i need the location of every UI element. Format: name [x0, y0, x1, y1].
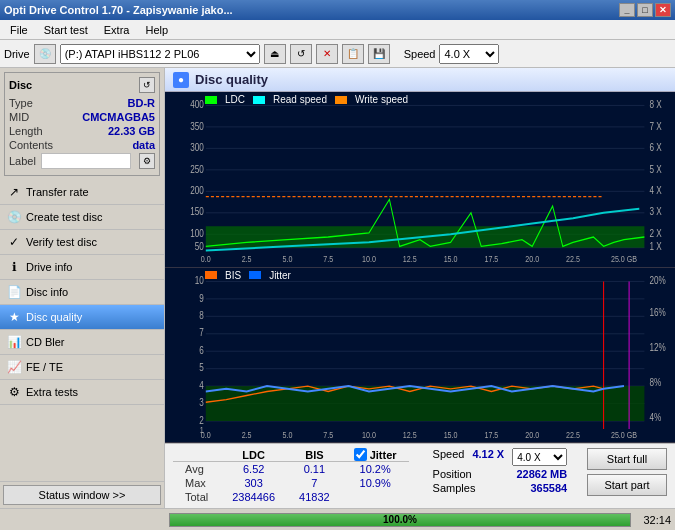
drive-eject-button[interactable]: ⏏ — [264, 44, 286, 64]
create-test-disc-icon: 💿 — [6, 209, 22, 225]
stats-table: LDC BIS Jitter Avg 6.52 — [173, 448, 409, 504]
content-title: Disc quality — [195, 72, 268, 87]
maximize-button[interactable]: □ — [637, 3, 653, 17]
svg-text:200: 200 — [190, 184, 204, 196]
drive-icon: 💿 — [34, 44, 56, 64]
svg-text:15.0: 15.0 — [444, 429, 458, 440]
jitter-legend-label: Jitter — [269, 270, 291, 281]
svg-text:100: 100 — [190, 227, 204, 239]
sidebar-item-verify-test-disc[interactable]: ✓ Verify test disc — [0, 230, 164, 255]
disc-refresh-icon[interactable]: ↺ — [139, 77, 155, 93]
start-part-button[interactable]: Start part — [587, 474, 667, 496]
svg-text:0.0: 0.0 — [201, 253, 211, 264]
svg-text:5.0: 5.0 — [282, 253, 292, 264]
drive-select[interactable]: (P:) ATAPI iHBS112 2 PL06 — [60, 44, 260, 64]
disc-type-value: BD-R — [128, 97, 156, 109]
progress-container: 100.0% — [169, 513, 631, 527]
svg-text:8%: 8% — [650, 375, 662, 387]
progress-time: 32:14 — [635, 514, 675, 526]
nav-label-disc-quality: Disc quality — [26, 311, 82, 323]
avg-label: Avg — [173, 462, 220, 477]
read-speed-legend-label: Read speed — [273, 94, 327, 105]
drive-clear-button[interactable]: ✕ — [316, 44, 338, 64]
nav-label-create-test-disc: Create test disc — [26, 211, 102, 223]
col-bis: BIS — [287, 448, 342, 462]
sidebar-item-cd-bler[interactable]: 📊 CD Bler — [0, 330, 164, 355]
speed-stat-select[interactable]: 4.0 X — [512, 448, 567, 466]
chart2-legend: BIS Jitter — [205, 270, 291, 281]
menu-help[interactable]: Help — [139, 22, 174, 38]
col-ldc: LDC — [220, 448, 287, 462]
disc-length-label: Length — [9, 125, 43, 137]
svg-text:5 X: 5 X — [650, 162, 663, 174]
disc-type-label: Type — [9, 97, 33, 109]
sidebar-item-create-test-disc[interactable]: 💿 Create test disc — [0, 205, 164, 230]
nav-label-drive-info: Drive info — [26, 261, 72, 273]
svg-text:25.0 GB: 25.0 GB — [611, 429, 638, 440]
extra-tests-icon: ⚙ — [6, 384, 22, 400]
disc-contents-label: Contents — [9, 139, 53, 151]
nav-label-disc-info: Disc info — [26, 286, 68, 298]
drive-refresh-button[interactable]: ↺ — [290, 44, 312, 64]
svg-text:5: 5 — [199, 361, 204, 373]
nav-label-fe-te: FE / TE — [26, 361, 63, 373]
chart1-svg: 400 350 300 250 200 150 100 50 8 X 7 X 6… — [165, 92, 675, 267]
svg-text:7.5: 7.5 — [323, 253, 333, 264]
status-window-button[interactable]: Status window >> — [3, 485, 161, 505]
chart2-svg: 10 9 8 7 6 5 4 3 2 1 20% 16% 12% 8% 4% — [165, 268, 675, 443]
speed-label: Speed — [404, 48, 436, 60]
svg-text:7: 7 — [199, 326, 204, 338]
svg-text:12.5: 12.5 — [403, 253, 417, 264]
svg-text:2.5: 2.5 — [242, 429, 252, 440]
menu-start-test[interactable]: Start test — [38, 22, 94, 38]
svg-text:16%: 16% — [650, 306, 667, 318]
samples-label: Samples — [433, 482, 476, 494]
svg-text:9: 9 — [199, 291, 204, 303]
nav-label-cd-bler: CD Bler — [26, 336, 65, 348]
svg-text:7.5: 7.5 — [323, 429, 333, 440]
sidebar-item-extra-tests[interactable]: ⚙ Extra tests — [0, 380, 164, 405]
svg-text:4%: 4% — [650, 410, 662, 422]
chart1-legend: LDC Read speed Write speed — [205, 94, 408, 105]
start-full-button[interactable]: Start full — [587, 448, 667, 470]
disc-panel-title: Disc — [9, 79, 32, 91]
menu-file[interactable]: File — [4, 22, 34, 38]
svg-text:10: 10 — [195, 273, 204, 285]
drive-save-button[interactable]: 💾 — [368, 44, 390, 64]
disc-info-icon: 📄 — [6, 284, 22, 300]
jitter-checkbox[interactable] — [354, 448, 367, 461]
svg-text:6: 6 — [199, 343, 204, 355]
svg-text:17.5: 17.5 — [484, 429, 498, 440]
disc-label-icon[interactable]: ⚙ — [139, 153, 155, 169]
action-buttons: Start full Start part — [587, 448, 667, 496]
sidebar-item-drive-info[interactable]: ℹ Drive info — [0, 255, 164, 280]
disc-info-panel: Disc ↺ Type BD-R MID CMCMAGBA5 Length 22… — [4, 72, 160, 176]
svg-text:3: 3 — [199, 396, 204, 408]
drive-copy-button[interactable]: 📋 — [342, 44, 364, 64]
minimize-button[interactable]: _ — [619, 3, 635, 17]
sidebar-item-disc-quality[interactable]: ★ Disc quality — [0, 305, 164, 330]
fe-te-icon: 📈 — [6, 359, 22, 375]
sidebar-item-transfer-rate[interactable]: ↗ Transfer rate — [0, 180, 164, 205]
drive-info-icon: ℹ — [6, 259, 22, 275]
close-button[interactable]: ✕ — [655, 3, 671, 17]
progress-label: 100.0% — [170, 514, 630, 526]
avg-bis: 0.11 — [287, 462, 342, 477]
svg-text:0.0: 0.0 — [201, 429, 211, 440]
svg-text:20.0: 20.0 — [525, 429, 539, 440]
svg-text:20%: 20% — [650, 273, 667, 285]
menu-extra[interactable]: Extra — [98, 22, 136, 38]
disc-label-input[interactable] — [41, 153, 131, 169]
drive-label: Drive — [4, 48, 30, 60]
speed-select[interactable]: 4.0 X — [439, 44, 499, 64]
svg-text:5.0: 5.0 — [282, 429, 292, 440]
position-value: 22862 MB — [516, 468, 567, 480]
charts-area: LDC Read speed Write speed — [165, 92, 675, 443]
sidebar-item-disc-info[interactable]: 📄 Disc info — [0, 280, 164, 305]
svg-text:10.0: 10.0 — [362, 253, 376, 264]
sidebar-item-fe-te[interactable]: 📈 FE / TE — [0, 355, 164, 380]
sidebar: Disc ↺ Type BD-R MID CMCMAGBA5 Length 22… — [0, 68, 165, 508]
position-label: Position — [433, 468, 472, 480]
svg-text:50: 50 — [195, 240, 204, 252]
svg-text:350: 350 — [190, 119, 204, 131]
